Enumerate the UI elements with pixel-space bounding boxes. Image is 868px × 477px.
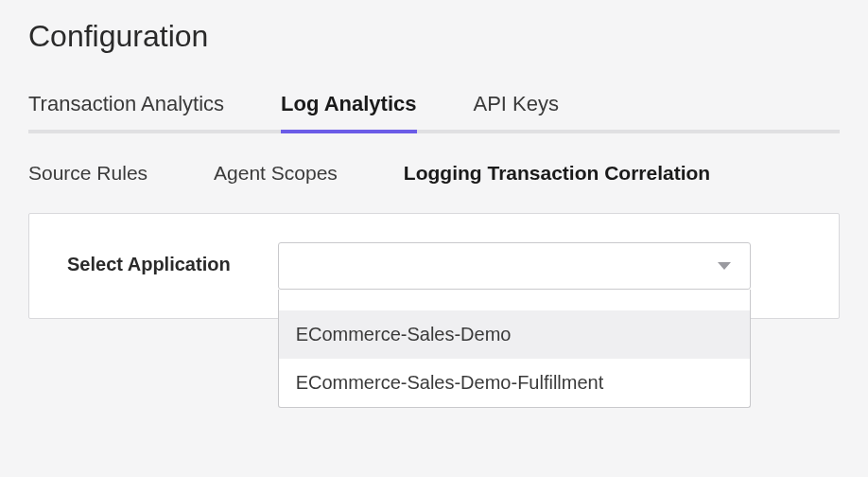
tab-log-analytics[interactable]: Log Analytics: [281, 92, 416, 130]
primary-tabs: Transaction Analytics Log Analytics API …: [28, 92, 840, 133]
subtab-agent-scopes[interactable]: Agent Scopes: [214, 162, 338, 185]
select-application-wrapper: ECommerce-Sales-Demo ECommerce-Sales-Dem…: [278, 242, 751, 290]
page-title: Configuration: [28, 19, 840, 54]
select-application-input[interactable]: [278, 242, 751, 290]
select-application-label: Select Application: [67, 242, 231, 275]
secondary-tabs: Source Rules Agent Scopes Logging Transa…: [28, 162, 840, 185]
caret-down-icon: [718, 262, 731, 270]
dropdown-option-ecommerce-sales-demo[interactable]: ECommerce-Sales-Demo: [279, 310, 750, 359]
subtab-source-rules[interactable]: Source Rules: [28, 162, 148, 185]
select-application-dropdown: ECommerce-Sales-Demo ECommerce-Sales-Dem…: [278, 290, 751, 408]
tab-transaction-analytics[interactable]: Transaction Analytics: [28, 92, 224, 130]
tab-api-keys[interactable]: API Keys: [474, 92, 559, 130]
configuration-panel: Select Application ECommerce-Sales-Demo …: [28, 213, 840, 319]
dropdown-option-ecommerce-sales-demo-fulfillment[interactable]: ECommerce-Sales-Demo-Fulfillment: [279, 359, 750, 407]
subtab-logging-transaction-correlation[interactable]: Logging Transaction Correlation: [404, 162, 710, 185]
dropdown-spacer: [279, 290, 750, 310]
